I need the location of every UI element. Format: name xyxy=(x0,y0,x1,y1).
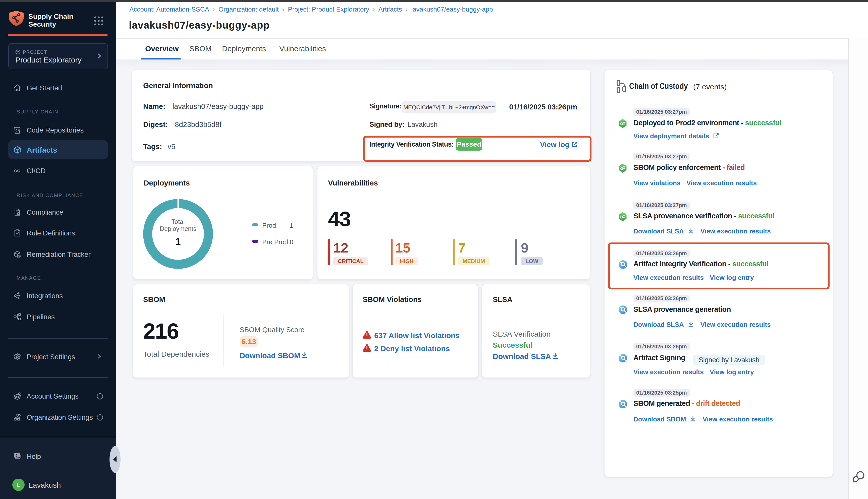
svg-text:?: ? xyxy=(15,453,17,457)
